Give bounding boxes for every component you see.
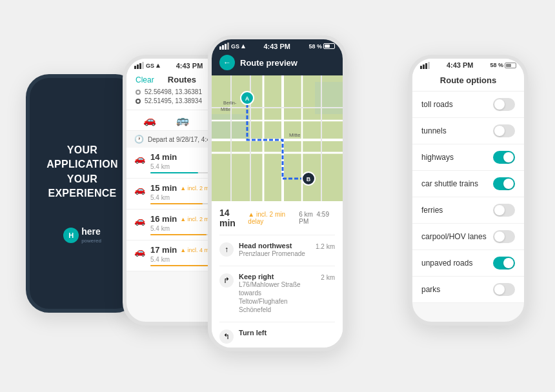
toggle-knob (494, 284, 505, 295)
svg-text:Mitte: Mitte (289, 132, 301, 138)
option-toggle[interactable] (493, 283, 515, 296)
step-dist: 1.2 km (316, 242, 335, 250)
summary-delay: ▲ incl. 2 min delay (248, 211, 295, 225)
dest-coord: 52.51495, 13.38934 (145, 97, 202, 104)
route-summary: 14 min ▲ incl. 2 min delay 6 km 4:59 PM (219, 208, 335, 228)
time-label-options: 4:43 PM (447, 61, 474, 69)
svg-text:Mitte: Mitte (221, 107, 230, 112)
step-info: Keep right L76/Mahlower Straße towardsTe… (239, 273, 316, 314)
option-item[interactable]: ferries (412, 197, 524, 224)
origin-coord: 52.56498, 13.36381 (145, 88, 202, 95)
toggle-knob (494, 231, 505, 242)
toggle-knob (494, 126, 505, 136)
here-logo-mark: H (63, 228, 79, 243)
origin-dot (136, 90, 141, 95)
battery-options: 58 % (490, 62, 516, 68)
toggle-knob (494, 205, 505, 215)
gs-label: GS (146, 63, 154, 69)
option-item[interactable]: highways (412, 144, 524, 171)
toggle-knob (503, 258, 514, 268)
steps-list: ↑ Head northwest Prenzlauer Promenade 1.… (219, 242, 335, 344)
step-item: ↱ Keep right L76/Mahlower Straße towards… (219, 273, 335, 322)
option-label: carpool/HOV lanes (421, 232, 493, 241)
option-item[interactable]: car shuttle trains (412, 171, 524, 197)
step-dist: 2 km (321, 273, 335, 281)
route-bar-fill (150, 172, 198, 173)
phone-welcome-content: YOUR APPLICATIONYOUR EXPERIENCE H here p… (30, 78, 135, 309)
options-header: Route options (412, 70, 524, 92)
route-time: 17 min (150, 245, 177, 255)
options-title: Route options (440, 75, 496, 85)
option-item[interactable]: toll roads (412, 92, 524, 118)
step-item: ↰ Turn left (219, 329, 335, 344)
svg-text:B: B (307, 176, 311, 182)
route-detail: 14 min ▲ incl. 2 min delay 6 km 4:59 PM … (212, 201, 343, 348)
option-item[interactable]: parks (412, 277, 524, 303)
route-time: 16 min (150, 214, 177, 224)
route-time: 14 min (150, 152, 177, 162)
step-sub: Prenzlauer Promenade (239, 250, 305, 258)
tab-car[interactable]: 🚗 (143, 114, 156, 126)
route-time: 15 min (150, 183, 177, 193)
summary-time: 14 min (219, 208, 244, 228)
svg-rect-2 (315, 82, 343, 114)
step-arrow: ↰ (219, 329, 234, 344)
route-bar-fill (150, 234, 207, 235)
here-logo: H here powered (63, 226, 101, 244)
option-label: highways (421, 153, 493, 162)
option-label: toll roads (421, 100, 493, 109)
toggle-knob (494, 99, 505, 110)
here-powered-label: powered (81, 238, 101, 244)
options-list: toll roads tunnels highways car shuttle … (412, 92, 524, 322)
option-toggle[interactable] (493, 151, 515, 164)
phone-map: GS ▴ 4:43 PM 58 % ← Route preview (208, 35, 347, 351)
option-toggle[interactable] (493, 257, 515, 270)
battery-map: 58 % (308, 43, 335, 50)
option-toggle[interactable] (493, 98, 515, 111)
option-item[interactable]: carpool/HOV lanes (412, 224, 524, 250)
step-arrow: ↱ (219, 273, 234, 288)
phone-welcome: YOUR APPLICATIONYOUR EXPERIENCE H here p… (26, 74, 139, 313)
option-toggle[interactable] (493, 204, 515, 217)
step-info: Head northwest Prenzlauer Promenade (239, 242, 305, 258)
option-item[interactable]: tunnels (412, 118, 524, 144)
tab-transit[interactable]: 🚌 (176, 114, 189, 126)
option-toggle[interactable] (493, 124, 515, 137)
toggle-knob (503, 152, 514, 162)
scene: YOUR APPLICATIONYOUR EXPERIENCE H here p… (0, 0, 555, 392)
car-icon: 🚗 (134, 246, 145, 257)
svg-text:Berlin-: Berlin- (223, 101, 237, 105)
app-title: YOUR APPLICATIONYOUR EXPERIENCE (43, 143, 122, 201)
summary-right: 6 km 4:59 PM (299, 211, 335, 225)
time-label-map: 4:43 PM (263, 43, 290, 50)
option-label: ferries (421, 206, 493, 215)
gs-label-map: GS (231, 43, 239, 50)
option-label: unpaved roads (421, 259, 493, 268)
map-area: A B Mitte Berlin- Mitte (212, 75, 343, 201)
option-toggle[interactable] (493, 177, 515, 190)
step-sub: L76/Mahlower Straße towardsTeltow/Flugha… (239, 280, 316, 314)
option-toggle[interactable] (493, 230, 515, 243)
option-label: tunnels (421, 126, 493, 135)
dest-dot (136, 99, 141, 104)
car-icon: 🚗 (134, 153, 145, 164)
option-label: parks (421, 285, 493, 294)
svg-text:A: A (245, 95, 250, 102)
toggle-knob (503, 179, 514, 189)
phone-options: 4:43 PM 58 % Route options toll roads tu… (409, 55, 528, 326)
step-main: Keep right (239, 273, 316, 280)
back-button[interactable]: ← (219, 55, 235, 70)
car-icon: 🚗 (134, 184, 145, 195)
time-label-routes: 4:43 PM (176, 62, 203, 70)
route-bar-fill (150, 265, 210, 266)
clear-button[interactable]: Clear (136, 75, 154, 84)
step-main: Turn left (239, 329, 267, 337)
map-header: ← Route preview (212, 52, 343, 75)
map-svg: A B Mitte Berlin- Mitte (212, 75, 343, 201)
option-label: car shuttle trains (421, 179, 493, 188)
step-arrow: ↑ (219, 242, 234, 257)
route-bar-fill (150, 203, 203, 204)
map-title: Route preview (240, 58, 298, 68)
option-item[interactable]: unpaved roads (412, 250, 524, 277)
step-item: ↑ Head northwest Prenzlauer Promenade 1.… (219, 242, 335, 266)
